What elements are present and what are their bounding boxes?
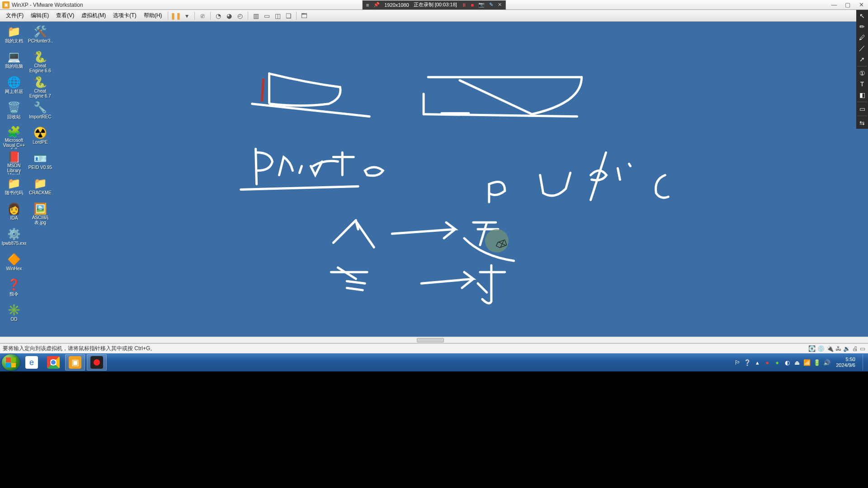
- vm-power-dropdown[interactable]: ▾: [182, 11, 192, 21]
- recorder-status: 正在录制 [00:03:18]: [414, 1, 457, 8]
- guest-desktop[interactable]: 📁我的文档💻我的电脑🌐网上邻居🗑️回收站🧩Microsoft Visual C+…: [0, 22, 868, 337]
- whiteboard-tool-icon[interactable]: ▭: [857, 105, 867, 113]
- highlighter-tool-icon[interactable]: 🖊: [857, 33, 867, 42]
- device-display-icon[interactable]: ▭: [860, 345, 865, 352]
- vm-fullscreen-icon[interactable]: ▭: [262, 11, 272, 21]
- app-icon: ▣: [2, 1, 9, 9]
- annotation-layer: ⌫: [0, 22, 868, 337]
- vm-unity-icon[interactable]: ◫: [273, 11, 283, 21]
- vm-revert-icon[interactable]: ◕: [224, 11, 234, 21]
- separator: [210, 12, 211, 20]
- vm-device-tray: 💽 💿 🔌 🖧 🔉 🖨 ▭: [808, 345, 865, 352]
- maximize-button[interactable]: ▢: [841, 0, 854, 9]
- menu-view[interactable]: 查看(V): [53, 10, 77, 21]
- horizontal-scrollbar[interactable]: [0, 337, 868, 343]
- start-button[interactable]: [2, 354, 20, 371]
- recorder-annotate-button[interactable]: ✎: [489, 2, 493, 8]
- minimize-button[interactable]: —: [827, 0, 841, 9]
- tray-app2-icon[interactable]: ◐: [783, 359, 791, 366]
- vm-pause-button[interactable]: ❚❚: [171, 11, 181, 21]
- menu-edit[interactable]: 编辑(E): [28, 10, 52, 21]
- vm-fit-window-icon[interactable]: ▥: [251, 11, 261, 21]
- titlebar: ▣ WinXP - VMware Workstation ≡ 📌 1920x10…: [0, 0, 868, 10]
- text-tool-icon[interactable]: T: [857, 80, 867, 88]
- eraser-tool-icon[interactable]: ◧: [857, 91, 867, 99]
- toolbar-separator: [857, 116, 867, 116]
- recorder-pause-button[interactable]: ⏸: [462, 2, 467, 8]
- device-hdd-icon[interactable]: 💽: [808, 345, 816, 352]
- scrollbar-thumb[interactable]: [417, 338, 444, 343]
- vmware-menubar: 文件(F) 编辑(E) 查看(V) 虚拟机(M) 选项卡(T) 帮助(H) ❚❚…: [0, 10, 868, 22]
- tray-action-center-icon[interactable]: 🏳: [734, 359, 741, 366]
- vm-multimonitor-icon[interactable]: ❏: [283, 11, 293, 21]
- taskbar-clock[interactable]: 5:50 2024/9/6: [833, 357, 858, 368]
- menu-icon[interactable]: ≡: [366, 2, 369, 8]
- window-controls: — ▢ ✕: [827, 0, 868, 9]
- statusbar-hint: 要将输入定向到该虚拟机，请将鼠标指针移入其中或按 Ctrl+G。: [3, 345, 156, 352]
- tray-safe-remove-icon[interactable]: ⏏: [793, 359, 801, 366]
- taskbar-ie[interactable]: e: [22, 354, 42, 371]
- recorder-screenshot-button[interactable]: 📷: [478, 2, 485, 8]
- pen-tool-icon[interactable]: ✏: [857, 23, 867, 31]
- taskbar-recorder[interactable]: [87, 354, 107, 371]
- vm-send-cad-icon[interactable]: ⎚: [198, 11, 208, 21]
- tray-record-icon[interactable]: ●: [764, 359, 771, 366]
- separator: [194, 12, 195, 20]
- separator: [296, 12, 297, 20]
- vm-manage-snapshots-icon[interactable]: ◴: [235, 11, 245, 21]
- vmware-statusbar: 要将输入定向到该虚拟机，请将鼠标指针移入其中或按 Ctrl+G。 💽 💿 🔌 🖧…: [0, 343, 868, 353]
- vm-library-icon[interactable]: 🗔: [299, 11, 309, 21]
- arrow-tool-icon[interactable]: ➚: [857, 55, 867, 63]
- close-button[interactable]: ✕: [854, 0, 868, 9]
- device-printer-icon[interactable]: 🖨: [852, 345, 858, 352]
- annotation-toolbar: ↖ ✏ 🖊 ／ ➚ ① T ◧ ▭ ⇆: [856, 10, 868, 129]
- tray-chevron-up-icon[interactable]: ▴: [754, 359, 761, 366]
- screen-recorder-bar: ≡ 📌 868x488 正在录制 [00:03:18] ⏸ ■ 📷 ✎ ✕: [363, 0, 506, 9]
- menu-help[interactable]: 帮助(H): [141, 10, 165, 21]
- recorder-resolution: 868x488: [384, 2, 409, 8]
- number-tool-icon[interactable]: ①: [857, 69, 867, 77]
- device-usb-icon[interactable]: 🖧: [835, 345, 841, 352]
- show-desktop-button[interactable]: [863, 354, 866, 371]
- taskbar-chrome[interactable]: [43, 354, 63, 371]
- line-tool-icon[interactable]: ／: [857, 44, 867, 52]
- tray-help-icon[interactable]: ❔: [744, 359, 751, 366]
- host-taskbar: e ▣ 🏳 ❔ ▴ ● ● ◐ ⏏ 📶 🔋 🔊 5:50 2024/9/6: [0, 353, 868, 371]
- separator: [248, 12, 248, 20]
- toolbar-separator: [857, 66, 867, 66]
- device-net-icon[interactable]: 🔌: [826, 345, 834, 352]
- separator: [168, 12, 168, 20]
- cursor-tool-icon[interactable]: ↖: [857, 12, 867, 20]
- tray-battery-icon[interactable]: 🔋: [813, 359, 821, 366]
- clock-time: 5:50: [836, 357, 855, 362]
- tray-app1-icon[interactable]: ●: [774, 359, 781, 366]
- toolbar-separator: [857, 102, 867, 102]
- device-cd-icon[interactable]: 💿: [817, 345, 825, 352]
- window-title: WinXP - VMware Workstation: [12, 2, 83, 8]
- tray-network-icon[interactable]: 📶: [803, 359, 811, 366]
- recorder-close-button[interactable]: ✕: [498, 2, 502, 8]
- system-tray: 🏳 ❔ ▴ ● ● ◐ ⏏ 📶 🔋 🔊 5:50 2024/9/6: [734, 354, 866, 371]
- menu-file[interactable]: 文件(F): [3, 10, 27, 21]
- menu-vm[interactable]: 虚拟机(M): [78, 10, 109, 21]
- taskbar-vmware[interactable]: ▣: [65, 354, 85, 371]
- recorder-stop-button[interactable]: ■: [471, 2, 474, 8]
- vm-snapshot-icon[interactable]: ◔: [213, 11, 223, 21]
- expand-tool-icon[interactable]: ⇆: [857, 119, 867, 127]
- tray-volume-icon[interactable]: 🔊: [823, 359, 830, 366]
- pin-icon[interactable]: 📌: [373, 2, 380, 8]
- menu-tabs[interactable]: 选项卡(T): [110, 10, 139, 21]
- clock-date: 2024/9/6: [836, 362, 855, 368]
- device-sound-icon[interactable]: 🔉: [843, 345, 850, 352]
- guest-viewport: 📁我的文档💻我的电脑🌐网上邻居🗑️回收站🧩Microsoft Visual C+…: [0, 22, 868, 343]
